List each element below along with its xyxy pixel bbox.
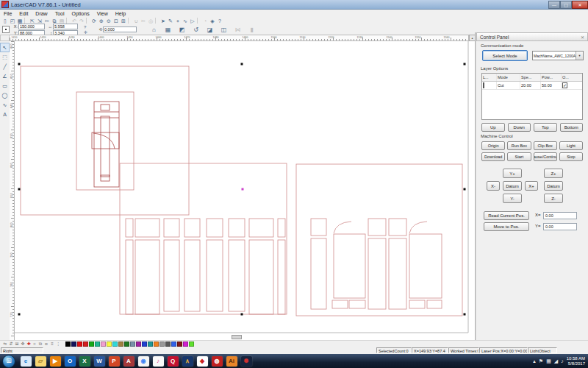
menu-edit[interactable]: Edit	[15, 11, 32, 16]
info-icon[interactable]: ◈	[209, 18, 216, 24]
taskbar-clock[interactable]: 10:58 AM 5/8/2017	[567, 356, 588, 367]
curve-tool-icon[interactable]: ∿	[0, 100, 10, 110]
layer-color-swatch[interactable]	[483, 82, 484, 88]
palette-color-6[interactable]	[101, 342, 106, 347]
read-current-pos-button[interactable]: Read Current Pos.	[484, 211, 529, 220]
palette-color-13[interactable]	[142, 342, 147, 347]
layer-mode-cell[interactable]: Cut	[497, 82, 520, 89]
palette-color-18[interactable]	[171, 342, 176, 347]
lock-glyph-1[interactable]: ✛	[84, 30, 87, 35]
layer-power-cell[interactable]: 50.00	[541, 82, 562, 89]
distribute-icon[interactable]: ⋮	[55, 341, 61, 347]
pos-y-field[interactable]: 0.00	[543, 223, 577, 230]
menu-tool[interactable]: Tool	[51, 11, 68, 16]
jog-x-minus-button[interactable]: X-	[487, 181, 500, 191]
palette-color-8[interactable]	[112, 342, 118, 347]
array-icon[interactable]: ⊞	[14, 341, 20, 347]
chrome-taskbar-icon[interactable]: ◉	[138, 356, 149, 367]
width-field[interactable]: 5.958	[53, 24, 78, 29]
anchor-selector[interactable]	[2, 26, 10, 33]
stop-button[interactable]: Stop	[559, 152, 583, 161]
quicken-taskbar-icon[interactable]: Q	[168, 356, 179, 367]
minimize-button[interactable]: —	[548, 1, 560, 9]
palette-color-2[interactable]	[77, 342, 82, 347]
palette-color-10[interactable]	[124, 342, 129, 347]
menu-view[interactable]: View	[93, 11, 112, 16]
palette-color-5[interactable]	[95, 342, 100, 347]
x-position-field[interactable]: 150.000	[18, 24, 45, 29]
mirror-h-icon[interactable]: ⇋	[2, 341, 8, 347]
angle-field[interactable]: 0.000	[103, 26, 137, 32]
measure-icon[interactable]: ⌖	[174, 18, 182, 24]
tray-expand-icon[interactable]: ▴	[533, 358, 536, 364]
menu-file[interactable]: File	[0, 11, 15, 16]
offset-icon[interactable]: ◎	[147, 18, 154, 24]
zoom-all-icon[interactable]: ⊞	[120, 18, 127, 24]
tray-volume-icon[interactable]: ♪	[561, 358, 564, 364]
palette-color-7[interactable]	[107, 342, 112, 347]
menu-options[interactable]: Options	[68, 11, 93, 16]
media-player-taskbar-icon[interactable]: ▶	[50, 356, 61, 367]
group-icon[interactable]: ◫	[219, 26, 229, 34]
palette-color-16[interactable]	[159, 342, 165, 347]
align-icon[interactable]: ≡	[49, 341, 55, 347]
start-button[interactable]: ⊞	[2, 355, 15, 368]
access-taskbar-icon[interactable]: A	[123, 356, 135, 367]
simulate-icon[interactable]: ∿	[182, 18, 189, 24]
horizontal-scrollbar-thumb[interactable]	[232, 335, 242, 339]
zoom-window-icon[interactable]: ⊡	[112, 18, 120, 24]
layer-row[interactable]: Cut20.0050.00✓	[482, 82, 582, 90]
illustrator-taskbar-icon[interactable]: Ai	[226, 356, 237, 367]
origin-button[interactable]: Origin	[481, 141, 505, 150]
select-mode-button[interactable]: Select Mode	[482, 50, 528, 61]
light-button[interactable]: Light	[559, 141, 583, 150]
jog-datum-button[interactable]: Datum	[503, 181, 522, 191]
palette-color-1[interactable]	[71, 342, 76, 347]
output-checkbox[interactable]: ✓	[562, 82, 567, 88]
jog-y-plus-button[interactable]: Y+	[503, 169, 522, 178]
rotate-icon[interactable]: ↺	[191, 26, 201, 34]
weld-icon[interactable]: ∪	[132, 18, 140, 24]
lock-icon[interactable]: ▮	[247, 26, 257, 34]
layer-output-cell[interactable]: ✓	[562, 82, 581, 89]
jog-z-2-button[interactable]: Z-	[544, 194, 563, 203]
dropdown-arrow-icon[interactable]: ▼	[576, 52, 583, 60]
tray-display-icon[interactable]: ▦	[546, 358, 551, 364]
select-tool-icon[interactable]: ↖	[0, 43, 10, 52]
pos-x-field[interactable]: 0.00	[543, 212, 577, 219]
mirror-horizontal-icon[interactable]: ◩	[177, 26, 187, 34]
excel-taskbar-icon[interactable]: X	[79, 356, 90, 367]
outlook-taskbar-icon[interactable]: O	[65, 356, 76, 367]
menu-help[interactable]: Help	[112, 11, 129, 16]
top-button[interactable]: Top	[534, 123, 557, 132]
group-icon[interactable]: ⧉	[37, 341, 43, 347]
snap-grid-icon[interactable]: ⌗	[32, 341, 37, 347]
palette-color-21[interactable]	[189, 342, 194, 347]
weld-shape-icon[interactable]: ⌂	[149, 26, 159, 34]
jog-x-plus-button[interactable]: X+	[525, 181, 538, 191]
node-edit-icon[interactable]: ✎	[167, 18, 174, 24]
run-box-button[interactable]: Run Box	[507, 141, 531, 150]
ungroup-icon[interactable]: ⋈	[233, 26, 243, 34]
move-to-pos-button[interactable]: Move to Pos.	[484, 222, 529, 231]
panel-close-icon[interactable]: ✕	[581, 35, 584, 40]
estimate-icon[interactable]: ◔	[201, 18, 209, 24]
ellipse-tool-icon[interactable]: ◯	[0, 91, 10, 100]
powerpoint-taskbar-icon[interactable]: P	[109, 356, 120, 367]
grid-array-icon[interactable]: ▦	[163, 26, 173, 34]
zoom-out-icon[interactable]: ⊖	[105, 18, 112, 24]
maximize-button[interactable]: ▢	[560, 1, 572, 9]
mirror-vertical-icon[interactable]: ◪	[205, 26, 215, 34]
clip-box-button[interactable]: Clip Box	[534, 141, 557, 150]
menu-draw[interactable]: Draw	[32, 11, 51, 16]
layer-speed-cell[interactable]: 20.00	[520, 82, 541, 89]
new-icon[interactable]: ▯	[1, 18, 9, 24]
close-button[interactable]: ✕	[572, 1, 588, 9]
machine-name-dropdown[interactable]: MachName_AWC_1200A020 ▼	[532, 51, 584, 60]
palette-color-3[interactable]	[83, 342, 88, 347]
add-icon[interactable]: ✚	[26, 341, 32, 347]
itunes-taskbar-icon[interactable]: ♪	[153, 356, 164, 367]
refresh-icon[interactable]: ⟳	[90, 18, 98, 24]
palette-color-4[interactable]	[89, 342, 94, 347]
bottom-button[interactable]: Bottom	[560, 123, 584, 132]
